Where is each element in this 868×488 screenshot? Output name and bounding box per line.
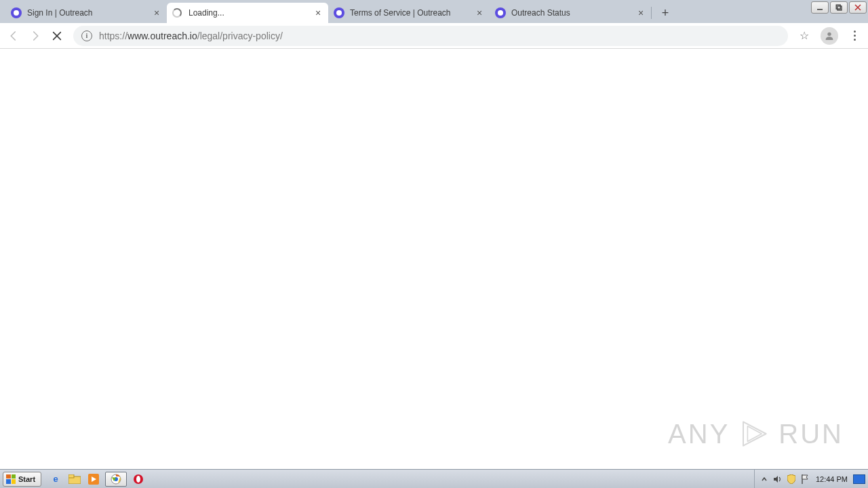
tab-title: Terms of Service | Outreach [350,8,471,18]
windows-logo-icon [6,474,16,484]
outreach-favicon-icon [495,7,506,18]
kebab-icon [846,30,863,41]
tab-status[interactable]: Outreach Status × [490,3,651,23]
shield-icon[interactable] [786,474,797,485]
new-tab-button[interactable]: + [656,3,675,22]
chrome-taskbar-icon[interactable] [105,472,127,487]
page-content [0,49,868,469]
close-tab-icon[interactable]: × [313,8,323,18]
forward-button[interactable] [26,26,45,45]
outreach-favicon-icon [334,7,344,18]
show-desktop-button[interactable] [853,474,865,484]
opera-icon[interactable] [131,472,146,487]
url-text: https://www.outreach.io/legal/privacy-po… [99,30,283,41]
flag-icon[interactable] [800,474,810,485]
tab-sign-in[interactable]: Sign In | Outreach × [5,3,167,23]
svg-rect-11 [68,474,74,478]
watermark-left: ANY [668,419,730,449]
profile-button[interactable] [821,27,838,45]
play-icon [738,418,770,450]
start-label: Start [18,475,35,483]
tab-loading[interactable]: Loading... × [167,3,328,23]
watermark-right: RUN [778,419,844,449]
browser-toolbar: i https://www.outreach.io/legal/privacy-… [0,23,868,49]
svg-rect-2 [837,6,842,10]
menu-button[interactable] [845,26,864,45]
svg-point-17 [136,476,140,483]
ie-icon[interactable]: e [48,472,63,487]
taskbar-pins: e [48,472,146,487]
window-controls [811,1,867,14]
site-info-icon[interactable]: i [81,30,92,41]
tab-title: Sign In | Outreach [27,8,148,18]
watermark: ANY RUN [668,418,844,450]
bookmark-button[interactable]: ☆ [795,26,814,45]
tray-chevron-icon[interactable] [759,474,770,485]
media-icon[interactable] [86,472,101,487]
tab-terms[interactable]: Terms of Service | Outreach × [328,3,490,23]
taskbar: Start e 12:44 PM [0,469,868,488]
system-tray: 12:44 PM [754,470,868,488]
minimize-button[interactable] [811,1,829,14]
close-window-button[interactable] [849,1,867,14]
start-button[interactable]: Start [3,472,41,487]
close-tab-icon[interactable]: × [636,8,646,18]
volume-icon[interactable] [772,474,783,485]
stop-button[interactable] [47,26,66,45]
maximize-button[interactable] [830,1,848,14]
svg-rect-1 [836,5,840,9]
user-icon [824,30,835,41]
explorer-icon[interactable] [67,472,82,487]
close-tab-icon[interactable]: × [475,8,484,18]
svg-point-7 [827,32,831,35]
svg-marker-18 [774,476,778,483]
tab-strip: Sign In | Outreach × Loading... × Terms … [0,0,868,23]
tab-title: Loading... [189,8,309,18]
tab-separator [651,7,652,19]
close-tab-icon[interactable]: × [152,8,161,18]
spinner-icon [172,8,182,18]
svg-marker-8 [743,422,766,445]
clock[interactable]: 12:44 PM [813,475,850,483]
back-button[interactable] [4,26,23,45]
outreach-favicon-icon [11,7,22,18]
tab-title: Outreach Status [511,8,632,18]
address-bar[interactable]: i https://www.outreach.io/legal/privacy-… [73,26,788,46]
star-icon: ☆ [800,29,809,42]
